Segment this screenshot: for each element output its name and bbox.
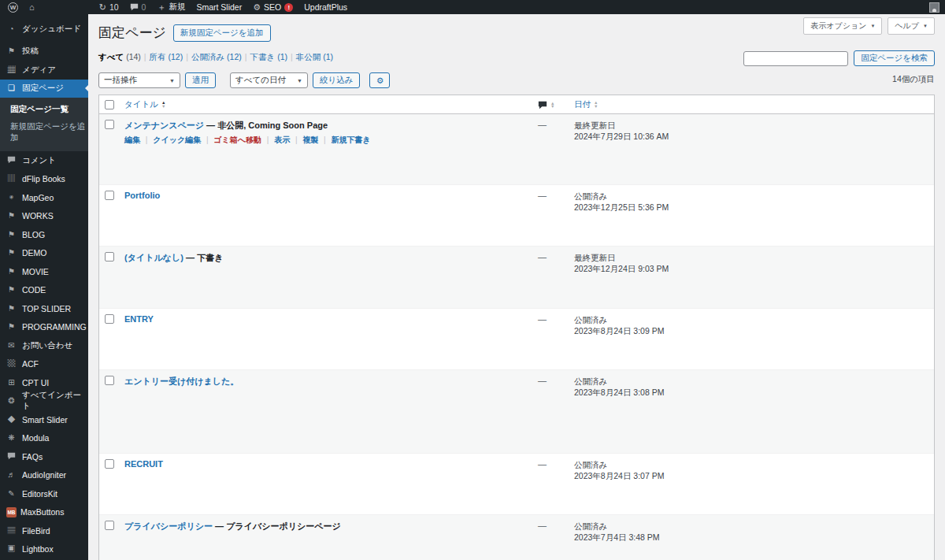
- page-title-link[interactable]: メンテナンスページ: [124, 121, 204, 130]
- date-label: 公開済み: [574, 314, 934, 325]
- comments-column-icon: [538, 101, 547, 109]
- sort-by-date[interactable]: 日付: [574, 99, 591, 109]
- sidebar-item-filebird[interactable]: ▤ FileBird: [0, 521, 88, 540]
- comments-link[interactable]: 0: [124, 0, 152, 14]
- comments-count: 0: [142, 2, 146, 12]
- pages-submenu: 固定ページ一覧 新規固定ページを追加: [0, 98, 88, 151]
- sidebar-item-modula[interactable]: ❋ Modula: [0, 429, 88, 448]
- comment-count: —: [525, 247, 566, 308]
- date-label: 最終更新日: [574, 252, 934, 263]
- sidebar-item-audioigniter[interactable]: ♬ AudioIgniter: [0, 466, 88, 485]
- pin-icon: ⚑: [6, 268, 17, 276]
- page-title-link[interactable]: (タイトルなし): [124, 253, 183, 262]
- new-draft-link[interactable]: 新規下書き: [332, 135, 371, 144]
- date-cell: 公開済み 2023年8月24日 3:09 PM: [566, 309, 934, 369]
- sidebar-item-pages[interactable]: ❏ 固定ページ: [0, 80, 88, 98]
- submenu-add-new-page[interactable]: 新規固定ページを追加: [0, 118, 88, 146]
- sidebar-item-label: お問い合わせ: [22, 340, 72, 351]
- my-account-menu[interactable]: [924, 0, 945, 14]
- quick-edit-link[interactable]: クイック編集: [153, 135, 201, 144]
- sidebar-item-label: FileBird: [22, 526, 50, 536]
- sidebar-item-acf[interactable]: ▩ ACF: [0, 355, 88, 374]
- sidebar-item-all-import[interactable]: ❂ すべてインポート: [0, 392, 88, 411]
- new-content-link[interactable]: ＋ 新規: [151, 0, 191, 14]
- sort-by-title[interactable]: タイトル: [124, 99, 158, 109]
- select-all-checkbox[interactable]: [105, 100, 114, 109]
- date-cell: 公開済み 2023年8月24日 3:08 PM: [566, 370, 934, 453]
- screen-options-label: 表示オプション: [810, 20, 866, 32]
- filter-published[interactable]: 公開済み (12): [191, 52, 242, 61]
- sidebar-item-editorskit[interactable]: ✎ EditorsKit: [0, 484, 88, 503]
- pin-icon: ⚑: [6, 323, 17, 331]
- row-checkbox[interactable]: [105, 459, 114, 469]
- help-button[interactable]: ヘルプ ▼: [888, 17, 935, 35]
- edit-link[interactable]: 編集: [124, 135, 140, 144]
- sidebar-item-smart-slider[interactable]: ◆ Smart Slider: [0, 410, 88, 429]
- page-title-link[interactable]: プライバシーポリシー: [124, 521, 213, 531]
- sort-arrows-icon: ▲▼: [550, 102, 554, 109]
- settings-gear-button[interactable]: ⚙: [369, 72, 390, 88]
- pin-icon: ⚑: [6, 212, 17, 220]
- pages-icon: ❏: [6, 84, 17, 92]
- table-row: RECRUIT — 公開済み 2023年8月24日 3:07 PM: [99, 454, 934, 515]
- view-link[interactable]: 表示: [274, 135, 290, 144]
- row-checkbox[interactable]: [105, 314, 114, 324]
- sidebar-item-label: MapGeo: [22, 193, 54, 202]
- duplicate-link[interactable]: 複製: [302, 135, 318, 144]
- row-checkbox[interactable]: [105, 521, 114, 530]
- visit-site-link[interactable]: ⌂: [24, 0, 40, 14]
- page-title-link[interactable]: Portfolio: [124, 191, 160, 200]
- filter-mine[interactable]: 所有 (12): [150, 52, 183, 61]
- add-new-page-button[interactable]: 新規固定ページを追加: [173, 24, 271, 42]
- updraftplus-link[interactable]: UpdraftPlus: [298, 0, 353, 14]
- update-icon: ↻: [99, 3, 106, 12]
- sidebar-item-code[interactable]: ⚑ CODE: [0, 281, 88, 300]
- page-title-link[interactable]: RECRUIT: [124, 459, 163, 469]
- sidebar-item-label: PROGRAMMING: [22, 322, 87, 332]
- screen-options-button[interactable]: 表示オプション ▼: [803, 17, 882, 35]
- filter-all[interactable]: すべて (14): [98, 52, 141, 61]
- smart-slider-link[interactable]: Smart Slider: [191, 0, 247, 14]
- updates-link[interactable]: ↻ 10: [94, 0, 124, 14]
- sidebar-item-label: BLOG: [22, 230, 45, 239]
- seo-link[interactable]: ⚙ SEO !: [247, 0, 298, 14]
- sidebar-item-cpt-ui[interactable]: ⊞ CPT UI: [0, 373, 88, 392]
- page-title-link[interactable]: ENTRY: [124, 314, 154, 324]
- date-filter-select[interactable]: すべての日付 ▼: [230, 72, 308, 88]
- sidebar-item-maxbuttons[interactable]: MB MaxButtons: [0, 503, 88, 522]
- apply-button[interactable]: 適用: [185, 72, 216, 88]
- sidebar-item-dflip-books[interactable]: ▥ dFlip Books: [0, 170, 88, 189]
- submenu-all-pages[interactable]: 固定ページ一覧: [0, 101, 88, 118]
- row-checkbox[interactable]: [105, 120, 114, 129]
- wp-logo-menu[interactable]: W: [0, 0, 24, 14]
- sort-arrows-icon: ▲▼: [161, 101, 165, 108]
- pin-icon: ⚑: [6, 286, 17, 294]
- sidebar-item-faqs[interactable]: FAQs: [0, 447, 88, 466]
- sidebar-item-contact[interactable]: ✉ お問い合わせ: [0, 336, 88, 355]
- sidebar-item-mapgeo[interactable]: ◉ MapGeo: [0, 188, 88, 207]
- sidebar-item-lightbox[interactable]: ▣ Lightbox: [0, 540, 88, 559]
- search-pages-button[interactable]: 固定ページを検索: [854, 50, 935, 66]
- sidebar-item-media[interactable]: ▦ メディア: [0, 61, 88, 80]
- search-input[interactable]: [743, 51, 848, 66]
- page-title-link[interactable]: エントリー受け付けました。: [124, 376, 239, 386]
- filter-draft[interactable]: 下書き (1): [250, 52, 288, 61]
- sidebar-item-top-slider[interactable]: ⚑ TOP SLIDER: [0, 299, 88, 318]
- sidebar-item-programming[interactable]: ⚑ PROGRAMMING: [0, 318, 88, 337]
- row-checkbox[interactable]: [105, 376, 114, 385]
- sidebar-item-movie[interactable]: ⚑ MOVIE: [0, 262, 88, 281]
- filter-private[interactable]: 非公開 (1): [296, 52, 333, 61]
- filter-button[interactable]: 絞り込み: [313, 72, 361, 88]
- sidebar-item-posts[interactable]: ⚑ 投稿: [0, 43, 88, 61]
- sidebar-item-dashboard[interactable]: ◔ ダッシュボード: [0, 20, 88, 39]
- sidebar-item-blog[interactable]: ⚑ BLOG: [0, 225, 88, 244]
- bulk-actions-select[interactable]: 一括操作 ▼: [98, 72, 180, 88]
- location-icon: ◉: [6, 194, 17, 202]
- acf-icon: ▩: [6, 360, 17, 368]
- sidebar-item-demo[interactable]: ⚑ DEMO: [0, 244, 88, 263]
- trash-link[interactable]: ゴミ箱へ移動: [213, 135, 261, 144]
- row-checkbox[interactable]: [105, 191, 114, 200]
- sidebar-item-works[interactable]: ⚑ WORKS: [0, 207, 88, 226]
- row-checkbox[interactable]: [105, 252, 114, 261]
- sidebar-item-comments[interactable]: コメント: [0, 151, 88, 170]
